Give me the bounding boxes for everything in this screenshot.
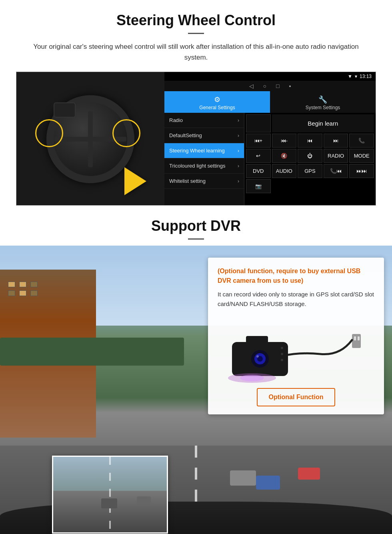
usb-prong2 bbox=[358, 336, 360, 340]
steering-subtitle: Your original car's steering wheel contr… bbox=[24, 41, 368, 63]
status-signal: ▼ bbox=[348, 74, 352, 79]
dvr-section: Support DVR bbox=[0, 206, 392, 534]
ctrl-back[interactable]: ↩ bbox=[246, 149, 271, 163]
status-time: 13:13 bbox=[360, 74, 372, 79]
car-blue bbox=[256, 476, 280, 490]
dvr-title: Support DVR bbox=[16, 218, 376, 234]
car-grey bbox=[230, 470, 256, 486]
ctrl-mode[interactable]: MODE bbox=[349, 149, 374, 163]
cam-bump bbox=[246, 336, 268, 343]
camera-svg bbox=[220, 318, 372, 386]
dvr-inset-photo bbox=[52, 456, 168, 534]
menu-item-steering-wheel[interactable]: Steering Wheel learning › bbox=[164, 143, 244, 158]
ctrl-phone-prev[interactable]: 📞⏮ bbox=[324, 164, 348, 178]
menu-steering-label: Steering Wheel learning bbox=[169, 148, 225, 154]
dvr-camera-illustration bbox=[218, 316, 374, 388]
building-windows bbox=[8, 282, 38, 296]
steering-title: Steering Wheel Control bbox=[16, 12, 376, 29]
tab-system-label: System Settings bbox=[306, 105, 340, 110]
system-settings-icon: 🔧 bbox=[318, 95, 327, 104]
ctrl-vol-up[interactable]: ⏮+ bbox=[246, 134, 271, 148]
ctrl-phone[interactable]: 📞 bbox=[349, 134, 374, 148]
hedge-row bbox=[0, 338, 184, 366]
begin-learn-button[interactable]: Begin learn bbox=[272, 114, 374, 132]
steering-photo bbox=[16, 72, 164, 206]
led-2 bbox=[281, 353, 283, 355]
highlight-circle-right bbox=[112, 119, 140, 147]
inset-car bbox=[101, 498, 117, 508]
android-nav-bar: ◁ ○ □ ▪ bbox=[164, 81, 376, 91]
menu-default-label: DefaultSetting bbox=[169, 132, 202, 138]
tab-general-settings[interactable]: ⚙ General Settings bbox=[164, 91, 270, 113]
menu-whitelist-label: Whitelist setting bbox=[169, 178, 206, 184]
placeholder-cell bbox=[246, 114, 271, 132]
cam-glow2 bbox=[240, 375, 264, 381]
inset-road-line bbox=[109, 457, 111, 532]
ctrl-prev[interactable]: ⏮ bbox=[298, 134, 322, 148]
car-red bbox=[298, 468, 320, 480]
general-settings-icon: ⚙ bbox=[214, 95, 220, 104]
cable-path bbox=[282, 340, 352, 356]
steering-control-panel: Begin learn ⏮+ ⏮- ⏮ ⏭ 📞 ↩ 🔇 ⏻ RADIO MODE… bbox=[244, 113, 376, 205]
highlight-circle-left bbox=[35, 119, 63, 147]
wheel-graphic bbox=[22, 75, 158, 203]
led-3 bbox=[281, 359, 283, 361]
menu-item-tricoloured[interactable]: Tricoloured light settings › bbox=[164, 158, 244, 174]
chevron-right-icon: › bbox=[238, 163, 239, 169]
chevron-right-icon: › bbox=[238, 133, 239, 138]
tab-general-label: General Settings bbox=[199, 105, 235, 110]
cam-lens-glare bbox=[256, 355, 259, 358]
dvr-title-divider bbox=[188, 238, 204, 240]
wheel-spoke-vertical bbox=[88, 111, 93, 167]
chevron-right-icon: › bbox=[238, 178, 239, 184]
ctrl-dvd[interactable]: DVD bbox=[246, 164, 271, 178]
usb-prong1 bbox=[354, 336, 356, 340]
steering-demo-panel: ▼ ▾ 13:13 ◁ ○ □ ▪ ⚙ General Settings 🔧 S… bbox=[16, 72, 376, 206]
steering-section: Steering Wheel Control Your original car… bbox=[0, 0, 392, 206]
dvr-header: Support DVR bbox=[0, 206, 392, 246]
dvr-scene: (Optional function, require to buy exter… bbox=[0, 246, 392, 534]
nav-menu-icon[interactable]: ▪ bbox=[289, 83, 291, 89]
inset-car2 bbox=[137, 496, 151, 504]
ctrl-camera[interactable]: 📷 bbox=[246, 179, 271, 193]
settings-menu-list: Radio › DefaultSetting › Steering Wheel … bbox=[164, 113, 244, 205]
settings-tabs: ⚙ General Settings 🔧 System Settings bbox=[164, 91, 376, 113]
optional-function-button[interactable]: Optional Function bbox=[257, 388, 336, 406]
wheel-center-hub bbox=[54, 102, 76, 118]
ctrl-next[interactable]: ⏭ bbox=[324, 134, 348, 148]
chevron-right-icon: › bbox=[238, 118, 239, 123]
yellow-arrow bbox=[124, 167, 146, 195]
nav-back-icon[interactable]: ◁ bbox=[249, 83, 254, 89]
ctrl-next-alt[interactable]: ⏭⏭ bbox=[349, 164, 374, 178]
menu-item-whitelist[interactable]: Whitelist setting › bbox=[164, 174, 244, 189]
inset-road-scene bbox=[53, 457, 167, 532]
ctrl-audio[interactable]: AUDIO bbox=[272, 164, 297, 178]
led-1 bbox=[281, 347, 283, 349]
tab-system-settings[interactable]: 🔧 System Settings bbox=[270, 91, 376, 113]
optional-note: (Optional function, require to buy exter… bbox=[218, 266, 374, 286]
title-divider bbox=[188, 33, 204, 34]
usb-body bbox=[352, 334, 361, 348]
menu-radio-label: Radio bbox=[169, 117, 183, 123]
android-ui-panel: ▼ ▾ 13:13 ◁ ○ □ ▪ ⚙ General Settings 🔧 S… bbox=[164, 72, 376, 205]
dvr-infobox: (Optional function, require to buy exter… bbox=[208, 258, 384, 414]
nav-recent-icon[interactable]: □ bbox=[276, 83, 279, 89]
ctrl-mute[interactable]: 🔇 bbox=[272, 149, 297, 163]
ctrl-vol-down[interactable]: ⏮- bbox=[272, 134, 297, 148]
android-statusbar: ▼ ▾ 13:13 bbox=[164, 72, 376, 81]
arrow-indicator bbox=[124, 167, 146, 195]
menu-item-radio[interactable]: Radio › bbox=[164, 113, 244, 128]
ctrl-gps[interactable]: GPS bbox=[298, 164, 322, 178]
chevron-right-icon: › bbox=[238, 148, 239, 154]
status-wifi: ▾ bbox=[355, 74, 357, 79]
menu-item-default-setting[interactable]: DefaultSetting › bbox=[164, 128, 244, 143]
menu-tricoloured-label: Tricoloured light settings bbox=[169, 163, 225, 169]
nav-home-icon[interactable]: ○ bbox=[263, 83, 266, 89]
ctrl-radio[interactable]: RADIO bbox=[324, 149, 348, 163]
dvr-desc: It can record video only to storage in G… bbox=[218, 290, 374, 309]
ctrl-power[interactable]: ⏻ bbox=[298, 149, 322, 163]
settings-content: Radio › DefaultSetting › Steering Wheel … bbox=[164, 113, 376, 205]
